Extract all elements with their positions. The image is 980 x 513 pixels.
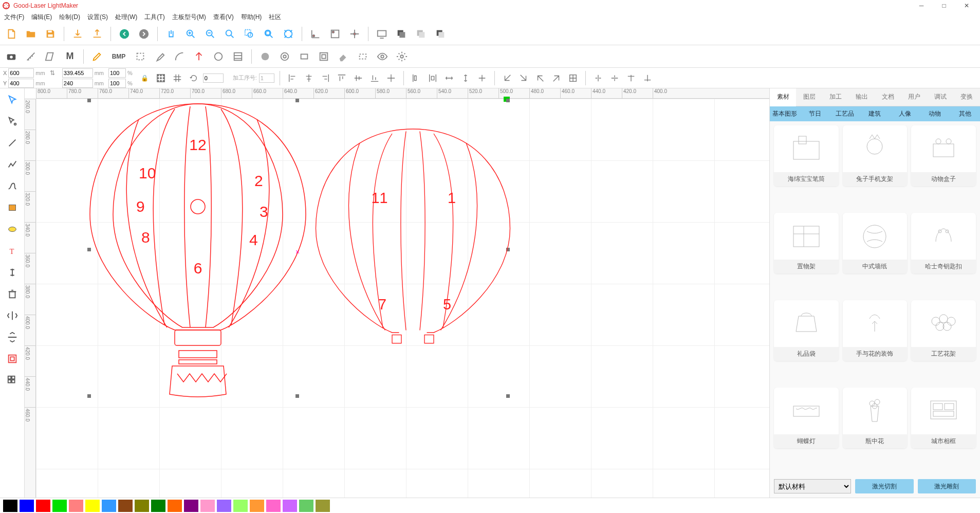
arc-button[interactable]	[171, 48, 188, 65]
camera-button[interactable]	[3, 48, 20, 65]
tab-user[interactable]: 用户	[901, 88, 928, 106]
corner-grid-button[interactable]	[566, 71, 580, 85]
gallery-card[interactable]: 瓶中花	[843, 388, 908, 448]
maximize-button[interactable]: □	[933, 0, 955, 11]
array-rect-tool[interactable]	[3, 350, 22, 368]
tab-process[interactable]: 加工	[822, 88, 848, 106]
seq-input[interactable]	[259, 74, 274, 83]
rotate-ccw-button[interactable]	[640, 71, 655, 85]
cat-other[interactable]: 其他	[950, 106, 980, 121]
y-input[interactable]	[8, 79, 34, 88]
crop-button[interactable]	[132, 48, 149, 65]
color-swatch[interactable]	[233, 500, 248, 512]
align-top-button[interactable]	[335, 71, 349, 85]
align-hcenter-button[interactable]	[302, 71, 316, 85]
color-swatch[interactable]	[52, 500, 67, 512]
corner-br-button[interactable]	[549, 71, 564, 85]
color-swatch[interactable]	[299, 500, 313, 512]
select-tool[interactable]	[3, 90, 22, 109]
color-swatch[interactable]	[316, 500, 330, 512]
rect-outline-button[interactable]	[296, 48, 312, 65]
distribute-left-button[interactable]	[409, 71, 423, 85]
cat-building[interactable]: 建筑	[860, 106, 890, 121]
menu-draw[interactable]: 绘制(D)	[59, 13, 80, 22]
cat-basic[interactable]: 基本图形	[770, 106, 800, 121]
distribute-vspace-button[interactable]	[458, 71, 473, 85]
polyline-tool[interactable]	[3, 155, 22, 174]
height-pct-input[interactable]	[108, 79, 126, 88]
material-select[interactable]: 默认材料	[774, 479, 851, 493]
skew-button[interactable]	[42, 48, 59, 65]
color-swatch[interactable]	[3, 500, 17, 512]
link-xy-icon[interactable]: ⇅	[50, 69, 55, 77]
gallery-card[interactable]: 工艺花架	[911, 300, 976, 361]
save-file-button[interactable]	[42, 26, 59, 42]
gallery-card[interactable]: 海绵宝宝笔筒	[774, 125, 839, 186]
flip-h-button[interactable]	[591, 71, 605, 85]
align-bottom-button[interactable]	[367, 71, 382, 85]
node-edit-tool[interactable]	[3, 112, 22, 131]
circle-outline-button[interactable]	[210, 48, 227, 65]
gallery-card[interactable]: 中式墙纸	[843, 213, 908, 273]
gallery-card[interactable]: 礼品袋	[774, 300, 839, 361]
line-tool[interactable]	[3, 134, 22, 152]
m-button[interactable]: M	[62, 48, 78, 65]
align-left-button[interactable]	[285, 71, 300, 85]
ellipse-tool[interactable]	[3, 220, 22, 239]
settings-gear-button[interactable]	[394, 48, 410, 65]
gallery-card[interactable]: 蝴蝶灯	[774, 388, 839, 448]
canvas[interactable]: ×	[36, 99, 769, 498]
zoom-selection-button[interactable]	[241, 26, 257, 42]
flip-v-button[interactable]	[607, 71, 622, 85]
zoom-in-button[interactable]	[182, 26, 199, 42]
measure-button[interactable]	[23, 48, 39, 65]
corner-tl-button[interactable]	[500, 71, 514, 85]
menu-settings[interactable]: 设置(S)	[87, 13, 108, 22]
dimension-tool[interactable]	[3, 263, 22, 282]
monitor-button[interactable]	[374, 26, 390, 42]
tab-transform[interactable]: 变换	[954, 88, 980, 106]
rectangle-tool[interactable]	[3, 198, 22, 217]
color-swatch[interactable]	[135, 500, 149, 512]
color-swatch[interactable]	[217, 500, 231, 512]
color-swatch[interactable]	[151, 500, 165, 512]
menu-help[interactable]: 帮助(H)	[241, 13, 262, 22]
gallery-card[interactable]: 手与花的装饰	[843, 300, 908, 361]
gallery-card[interactable]: 动物盒子	[911, 125, 976, 186]
snap-button[interactable]	[191, 48, 207, 65]
pan-button[interactable]	[163, 26, 179, 42]
gallery-card[interactable]: 城市相框	[911, 388, 976, 448]
menu-file[interactable]: 文件(F)	[4, 13, 24, 22]
bmp-button[interactable]: BMP	[108, 48, 129, 65]
position-button[interactable]	[346, 26, 363, 42]
gallery-card[interactable]: 哈士奇钥匙扣	[911, 213, 976, 273]
redo-button[interactable]	[136, 26, 152, 42]
rotate-cw-button[interactable]	[624, 71, 638, 85]
zoom-fit-button[interactable]	[221, 26, 238, 42]
tab-document[interactable]: 文档	[875, 88, 901, 106]
frame-button[interactable]	[316, 48, 332, 65]
menu-process[interactable]: 处理(W)	[115, 13, 137, 22]
color-swatch[interactable]	[36, 500, 50, 512]
canvas-area[interactable]: 800.0780.0760.0740.0720.0700.0680.0660.0…	[25, 88, 769, 498]
fill-circle-button[interactable]	[257, 48, 273, 65]
open-file-button[interactable]	[23, 26, 39, 42]
color-swatch[interactable]	[266, 500, 281, 512]
gallery-card[interactable]: 兔子手机支架	[843, 125, 908, 186]
cat-animal[interactable]: 动物	[920, 106, 950, 121]
curve-tool[interactable]	[3, 177, 22, 195]
color-swatch[interactable]	[102, 500, 116, 512]
color-swatch[interactable]	[250, 500, 264, 512]
align-center-button[interactable]	[384, 71, 398, 85]
layer-dark-button[interactable]	[393, 26, 410, 42]
new-file-button[interactable]	[3, 26, 20, 42]
close-button[interactable]: ✕	[955, 0, 978, 11]
width-input[interactable]	[62, 68, 93, 78]
align-vcenter-button[interactable]	[351, 71, 365, 85]
width-pct-input[interactable]	[108, 68, 126, 78]
tab-output[interactable]: 输出	[848, 88, 875, 106]
layer-mix-button[interactable]	[432, 26, 449, 42]
tab-debug[interactable]: 调试	[928, 88, 954, 106]
menu-view[interactable]: 查看(V)	[213, 13, 234, 22]
preview-button[interactable]	[374, 48, 391, 65]
